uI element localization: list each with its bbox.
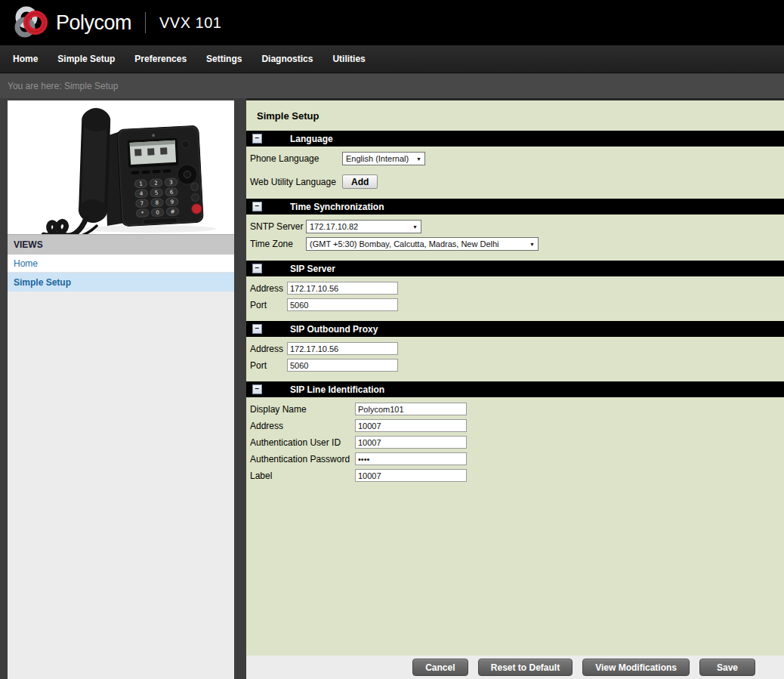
svg-text:1: 1	[139, 181, 143, 187]
svg-text:9: 9	[170, 199, 174, 205]
line-label-input[interactable]	[355, 469, 467, 482]
polycom-logo-icon	[14, 5, 48, 40]
sntp-server-select[interactable]: 172.17.10.82 ▼	[306, 220, 421, 233]
section-title: SIP Line Identification	[290, 384, 384, 395]
collapse-icon[interactable]: −	[252, 134, 262, 144]
chevron-down-icon: ▼	[412, 224, 418, 230]
field-label: Label	[250, 471, 355, 481]
section-header: − SIP Outbound Proxy	[246, 321, 784, 337]
section-title: Time Synchronization	[290, 202, 384, 212]
brand-name: Polycom	[56, 11, 131, 35]
svg-text:#: #	[170, 208, 174, 215]
nav-item-home[interactable]: Home	[3, 45, 48, 73]
nav-item-simple-setup[interactable]: Simple Setup	[48, 45, 125, 73]
simple-setup-panel: Simple Setup − Language Phone Language E…	[246, 98, 784, 656]
model-name: VVX 101	[159, 14, 221, 32]
view-modifications-button[interactable]: View Modifications	[582, 659, 690, 676]
auth-password-input[interactable]	[355, 452, 467, 465]
sip-server-port-input[interactable]	[287, 298, 398, 311]
form-row: Port	[250, 298, 784, 311]
section-header: − SIP Line Identification	[246, 381, 784, 397]
app-header: Polycom VVX 101	[0, 0, 784, 45]
section-time-synchronization: − Time Synchronization SNTP Server 172.1…	[246, 199, 784, 261]
form-row: Address	[250, 342, 784, 355]
section-header: − SIP Server	[246, 261, 784, 276]
main-nav: Home Simple Setup Preferences Settings D…	[0, 45, 784, 73]
section-language: − Language Phone Language English (Inter…	[246, 131, 784, 199]
sidebar: 123456789*0# VIEWS Home	[8, 100, 234, 679]
header-divider	[145, 12, 146, 33]
collapse-icon[interactable]: −	[252, 384, 262, 394]
collapse-icon[interactable]: −	[252, 264, 262, 273]
form-row: Time Zone (GMT +5:30) Bombay, Calcutta, …	[250, 237, 784, 251]
time-zone-select[interactable]: (GMT +5:30) Bombay, Calcutta, Madras, Ne…	[306, 237, 539, 251]
form-row: Phone Language English (Internal) ▼	[250, 152, 784, 165]
form-row: Display Name	[250, 403, 784, 415]
field-label: Port	[250, 360, 287, 371]
form-row: Authentication Password	[250, 452, 784, 465]
views-title: VIEWS	[8, 234, 234, 255]
form-row: Web Utility Language Add	[250, 174, 784, 189]
chevron-down-icon: ▼	[416, 156, 421, 162]
svg-text:8: 8	[155, 200, 159, 206]
section-title: SIP Server	[290, 264, 335, 274]
svg-text:5: 5	[155, 190, 159, 196]
section-sip-server: − SIP Server Address Port	[246, 261, 784, 321]
cancel-button[interactable]: Cancel	[412, 659, 468, 676]
collapse-icon[interactable]: −	[252, 324, 262, 334]
phone-language-select[interactable]: English (Internal) ▼	[342, 152, 425, 165]
svg-text:2: 2	[154, 181, 158, 187]
field-label: Address	[250, 421, 355, 431]
svg-text:0: 0	[156, 210, 159, 216]
section-header: − Language	[246, 131, 784, 147]
outbound-proxy-address-input[interactable]	[287, 342, 398, 355]
section-sip-line-identification: − SIP Line Identification Display Name A…	[246, 381, 784, 492]
polycom-web-ui: Polycom VVX 101 Home Simple Setup Prefer…	[0, 0, 784, 679]
section-header: − Time Synchronization	[246, 199, 784, 215]
field-label: Authentication Password	[250, 454, 355, 464]
field-label: Address	[250, 283, 287, 294]
nav-item-utilities[interactable]: Utilities	[323, 45, 375, 73]
section-title: SIP Outbound Proxy	[290, 324, 378, 335]
field-label: Web Utility Language	[250, 177, 342, 187]
add-language-button[interactable]: Add	[342, 174, 378, 189]
field-label: Port	[250, 300, 287, 310]
collapse-icon[interactable]: −	[252, 202, 262, 211]
form-row: Address	[250, 419, 784, 432]
form-row: Label	[250, 469, 784, 482]
sidebar-filler	[8, 292, 234, 679]
main-content: Simple Setup − Language Phone Language E…	[246, 98, 784, 679]
section-sip-outbound-proxy: − SIP Outbound Proxy Address Port	[246, 321, 784, 381]
page-title: Simple Setup	[246, 100, 784, 131]
field-label: SNTP Server	[250, 221, 306, 232]
reset-to-default-button[interactable]: Reset to Default	[478, 659, 573, 676]
field-label: Phone Language	[250, 153, 342, 164]
field-label: Authentication User ID	[250, 437, 355, 448]
nav-item-diagnostics[interactable]: Diagnostics	[252, 45, 323, 73]
save-button[interactable]: Save	[699, 659, 755, 676]
display-name-input[interactable]	[355, 403, 467, 415]
auth-user-id-input[interactable]	[355, 436, 467, 449]
svg-text:3: 3	[169, 180, 173, 186]
breadcrumb: You are here: Simple Setup	[0, 74, 784, 98]
form-row: Address	[250, 282, 784, 295]
svg-text:7: 7	[140, 201, 144, 207]
nav-item-preferences[interactable]: Preferences	[125, 45, 196, 73]
field-label: Display Name	[250, 404, 355, 415]
outbound-proxy-port-input[interactable]	[287, 359, 398, 372]
form-row: Port	[250, 359, 784, 372]
field-label: Time Zone	[250, 239, 306, 249]
nav-item-settings[interactable]: Settings	[196, 45, 252, 73]
field-label: Address	[250, 344, 287, 354]
section-title: Language	[290, 134, 333, 144]
sidebar-item-home[interactable]: Home	[8, 255, 234, 273]
phone-image: 123456789*0#	[8, 100, 234, 234]
chevron-down-icon: ▼	[529, 242, 535, 247]
footer-action-bar: Cancel Reset to Default View Modificatio…	[246, 656, 784, 679]
form-row: SNTP Server 172.17.10.82 ▼	[250, 220, 784, 233]
sip-server-address-input[interactable]	[287, 282, 398, 295]
line-address-input[interactable]	[355, 419, 467, 432]
sidebar-item-simple-setup[interactable]: Simple Setup	[8, 273, 234, 292]
form-row: Authentication User ID	[250, 436, 784, 449]
